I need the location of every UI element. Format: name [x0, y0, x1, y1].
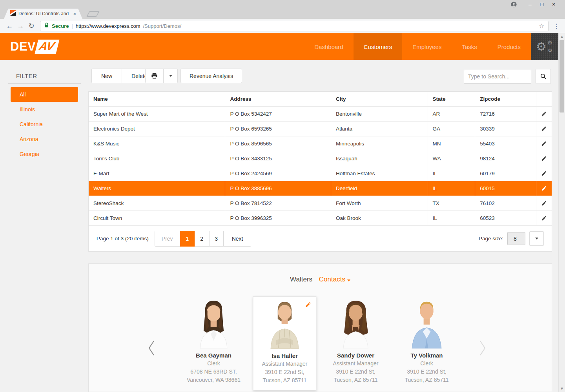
edit-row-button[interactable] [536, 107, 552, 121]
new-button[interactable]: New [91, 69, 122, 83]
nav-item-dashboard[interactable]: Dashboard [304, 33, 353, 60]
scroll-down-icon[interactable]: ▼ [559, 387, 565, 390]
table-row[interactable]: K&S Music P O Box 8596565 Minneapolis MN… [89, 136, 552, 151]
cell-city: Oak Brook [331, 211, 428, 225]
filter-item-all[interactable]: All [11, 87, 78, 102]
close-button[interactable]: × [548, 0, 560, 9]
bookmark-star-icon[interactable]: ☆ [539, 22, 544, 29]
pencil-icon [541, 171, 547, 176]
page-button-3[interactable]: 3 [209, 231, 224, 247]
print-dropdown-button[interactable] [164, 69, 178, 83]
filter-item-california[interactable]: California [11, 117, 78, 132]
cell-state: IL [428, 166, 476, 181]
search-input[interactable] [464, 70, 531, 83]
edit-row-button[interactable] [536, 136, 552, 151]
chevron-down-icon [535, 238, 538, 240]
printer-icon [151, 72, 158, 80]
revenue-analysis-button[interactable]: Revenue Analysis [180, 69, 242, 83]
column-header-state[interactable]: State [428, 92, 476, 106]
edit-row-button[interactable] [536, 196, 552, 211]
column-header-address[interactable]: Address [225, 92, 331, 106]
edit-row-button[interactable] [536, 211, 552, 225]
cell-city: Deerfield [331, 181, 428, 196]
table-row[interactable]: Circuit Town P O Box 3996325 Oak Brook I… [89, 211, 552, 226]
cell-state: TX [428, 196, 476, 211]
print-button[interactable] [145, 69, 164, 83]
tab-close-icon[interactable]: × [73, 11, 76, 17]
search-button[interactable] [536, 69, 551, 84]
filter-item-arizona[interactable]: Arizona [11, 132, 78, 147]
pencil-icon [541, 185, 547, 191]
table-row[interactable]: StereoShack P O Box 7814522 Fort Worth T… [89, 196, 552, 211]
nav-item-tasks[interactable]: Tasks [452, 33, 487, 60]
carousel-prev-button[interactable] [148, 340, 155, 358]
forward-icon: → [15, 22, 26, 30]
contact-card[interactable]: Ty Volkman Clerk 3910 E 22nd St, Tucson,… [395, 296, 459, 384]
url-path: /Support/Demos/ [143, 23, 182, 29]
edit-row-button[interactable] [536, 166, 552, 181]
contact-card-selected[interactable]: Isa Haller Assistant Manager 3910 E 22nd… [253, 296, 317, 390]
maximize-button[interactable]: □ [536, 0, 548, 9]
column-header-name[interactable]: Name [89, 92, 225, 106]
contacts-view-dropdown[interactable]: Contacts [319, 276, 350, 283]
cell-address: P O Box 6593265 [225, 122, 331, 136]
scrollbar-thumb[interactable] [560, 40, 564, 113]
cell-address: P O Box 8596565 [225, 136, 331, 151]
filter-list: All Illinois California Arizona Georgia [11, 87, 78, 162]
pencil-icon[interactable] [305, 301, 312, 308]
browser-tab[interactable]: Demos: UI Controls and F × [4, 9, 82, 19]
minimize-button[interactable]: – [524, 0, 536, 9]
browser-menu-icon[interactable]: ⋮ [552, 22, 561, 30]
nav-item-employees[interactable]: Employees [402, 33, 452, 60]
back-icon[interactable]: ← [4, 22, 15, 30]
page-size-input[interactable] [507, 232, 525, 245]
scroll-up-icon[interactable]: ▲ [559, 35, 565, 38]
page-button-1[interactable]: 1 [180, 231, 195, 247]
cell-state: IL [428, 181, 476, 196]
cell-name: E-Mart [89, 166, 225, 181]
cell-name: Tom's Club [89, 151, 225, 166]
prev-page-button[interactable]: Prev [155, 231, 180, 247]
search-bar [464, 69, 551, 84]
page-button-2[interactable]: 2 [195, 231, 209, 247]
pencil-icon [541, 156, 547, 162]
profile-icon[interactable] [510, 1, 517, 8]
page-size-label: Page size: [479, 236, 503, 241]
contact-photo [266, 299, 304, 349]
contact-cards: Bea Gayman Clerk 6708 NE 63RD ST, Vancou… [182, 296, 459, 390]
address-bar[interactable]: Secure | https://www.devexpress.com/Supp… [40, 21, 549, 31]
tab-title: Demos: UI Controls and F [18, 11, 70, 16]
gear-icon: ⚙ [548, 48, 552, 53]
favicon [10, 10, 16, 17]
page-size-dropdown-button[interactable] [529, 231, 544, 246]
column-header-zipcode[interactable]: Zipcode [475, 92, 536, 106]
table-row[interactable]: Super Mart of the West P O Box 5342427 B… [89, 107, 552, 122]
edit-row-button[interactable] [536, 151, 552, 166]
cell-name: StereoShack [89, 196, 225, 211]
page-scrollbar[interactable]: ▲ ▼ [558, 33, 565, 392]
carousel-next-button[interactable] [479, 340, 486, 358]
new-tab-button[interactable] [86, 11, 100, 17]
edit-row-button[interactable] [536, 181, 552, 196]
secure-label: Secure [52, 23, 69, 29]
filter-item-illinois[interactable]: Illinois [11, 102, 78, 117]
table-row[interactable]: Tom's Club P O Box 3433125 Issaquah WA 9… [89, 151, 552, 166]
contact-photo [337, 298, 375, 348]
cell-address: P O Box 7814522 [225, 196, 331, 211]
table-row[interactable]: Electronics Depot P O Box 6593265 Atlant… [89, 122, 552, 136]
lock-icon [44, 22, 49, 29]
filter-item-georgia[interactable]: Georgia [11, 147, 78, 162]
reload-icon[interactable]: ↻ [26, 22, 37, 30]
table-row-selected[interactable]: Walters P O Box 3885696 Deerfield IL 600… [89, 181, 552, 196]
contacts-panel: Walters Contacts Bea Gayma [88, 263, 552, 392]
column-header-city[interactable]: City [331, 92, 428, 106]
nav-item-customers[interactable]: Customers [354, 33, 403, 60]
settings-gears-button[interactable]: ⚙ ⚙ ⚙ [531, 33, 558, 60]
edit-row-button[interactable] [536, 122, 552, 136]
table-row[interactable]: E-Mart P O Box 2424569 Hoffman Estates I… [89, 166, 552, 181]
contact-card[interactable]: Sandy Dower Assistant Manager 3910 E 22n… [324, 296, 388, 384]
contact-card[interactable]: Bea Gayman Clerk 6708 NE 63RD ST, Vancou… [182, 296, 246, 384]
contact-title: Clerk [182, 359, 246, 368]
nav-item-products[interactable]: Products [487, 33, 531, 60]
next-page-button[interactable]: Next [224, 231, 252, 247]
